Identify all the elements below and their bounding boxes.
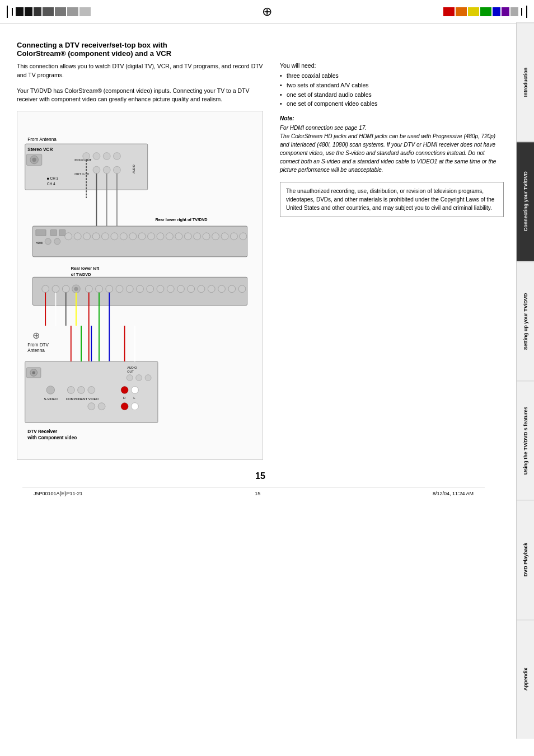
dtv-audio-out2: OUT: [127, 370, 134, 373]
right-sidebar: Introduction Connecting your TV/DVD Sett…: [516, 22, 534, 739]
hdmi-port: [36, 229, 46, 236]
conn-17: [212, 233, 219, 240]
sidebar-tab-features[interactable]: Using the TV/DVD s features: [517, 381, 534, 500]
crosshair-left: ⊕: [32, 330, 40, 340]
ll-conn-14: [177, 285, 185, 293]
ll-conn-20: [238, 285, 246, 293]
sidebar-tab-connecting[interactable]: Connecting your TV/DVD: [517, 142, 534, 261]
sidebar-tab-appendix[interactable]: Appendix: [517, 619, 534, 739]
dtv-component-label: with Component video: [27, 435, 77, 440]
in-from-ant: IN from ANT: [74, 158, 92, 162]
ll-conn-10: [137, 285, 144, 293]
ll-conn-9: [126, 285, 133, 293]
conn-12: [166, 233, 174, 240]
dtv-audio-1: [127, 375, 133, 381]
intro-text-1: This connection allows you to watch DTV …: [17, 62, 263, 80]
port-circle-2: [54, 238, 60, 245]
top-bar: ⊕: [0, 0, 534, 24]
color-swatch-r5: [493, 7, 500, 16]
conn-2: [74, 233, 81, 240]
dtv-comp-2: [78, 387, 85, 394]
color-swatch-6: [67, 7, 78, 16]
color-bar-right: [443, 7, 518, 16]
conn-10: [148, 233, 155, 240]
connection-diagram: From Antenna Stereo VCR: [17, 111, 263, 458]
color-swatch-3: [34, 7, 41, 16]
dtv-l-port: [131, 387, 138, 394]
color-swatch-2: [25, 7, 32, 16]
main-content: Connecting a DTV receiver/set-top box wi…: [6, 24, 515, 505]
color-swatch-1: [16, 7, 24, 16]
ch4-label: CH 4: [47, 182, 55, 186]
conn-5: [102, 233, 109, 240]
dtv-comp-1: [67, 387, 74, 394]
color-bar-left: [16, 7, 91, 16]
left-border-line: [7, 6, 8, 18]
footer-left: J5P00101A(E)P11-21: [34, 491, 83, 496]
ll-conn-2: [52, 285, 59, 293]
color-swatch-r3: [468, 7, 479, 16]
conn-15: [194, 233, 201, 240]
vcr-label: Stereo VCR: [27, 147, 53, 152]
color-swatch-r1: [443, 7, 455, 16]
ll-conn-12: [157, 285, 164, 293]
port-2: [59, 229, 65, 236]
ll-conn-5: [85, 285, 92, 293]
dtv-receiver-label: DTV Receiver: [27, 429, 58, 434]
ll-conn-8: [116, 285, 123, 293]
warning-box: The unauthorized recording, use, distrib…: [280, 182, 504, 217]
list-item: two sets of standard A/V cables: [280, 81, 504, 90]
requirements-list: three coaxial cables two sets of standar…: [280, 71, 504, 109]
dtv-audio-out: AUDIO: [127, 366, 137, 369]
color-swatch-5: [55, 7, 66, 16]
dtv-lower-r: [121, 403, 128, 410]
left-column: This connection allows you to watch DTV …: [17, 62, 263, 460]
out-to-tv: OUT to TV: [74, 172, 89, 176]
conn-20: [240, 233, 247, 240]
ll-conn-13: [167, 285, 174, 293]
conn-13: [175, 233, 182, 240]
vcr-port-r3: [103, 153, 110, 160]
rear-lower-right-label: Rear lower right of TV/DVD: [155, 217, 207, 222]
vcr-connector-inner-1: [32, 158, 36, 162]
color-swatch-4: [43, 7, 54, 16]
component-video-label: COMPONENT VIDEO: [66, 397, 99, 401]
color-swatch-r4: [480, 7, 491, 16]
two-column-layout: This connection allows you to watch DTV …: [17, 62, 504, 460]
ll-conn-11: [147, 285, 154, 293]
port-circle-1: [45, 238, 51, 245]
ll-conn-6: [96, 285, 103, 293]
rear-lower-left-label2: of TV/DVD: [71, 272, 91, 277]
dtv-lower-l: [131, 403, 138, 410]
ll-conn-7: [106, 285, 113, 293]
sidebar-tab-dvd[interactable]: DVD Playback: [517, 500, 534, 619]
note-body: For HDMI connection see page 17. The Col…: [280, 124, 504, 174]
conn-6: [111, 233, 118, 240]
r-label: R: [123, 396, 125, 400]
conn-18: [221, 233, 228, 240]
vcr-out-3: [114, 166, 121, 173]
ll-conn-3: [62, 285, 69, 293]
conn-1: [65, 233, 72, 240]
crosshair-symbol: ⊕: [262, 4, 272, 19]
conn-9: [138, 233, 146, 240]
ll-conn-18: [218, 285, 226, 293]
page-number: 15: [17, 471, 504, 481]
dtv-coax-inner: [32, 371, 35, 374]
note-title: Note:: [280, 115, 504, 121]
dtv-svideo: [46, 386, 55, 395]
conn-8: [129, 233, 137, 240]
ll-conn-19: [228, 285, 236, 293]
sidebar-tab-introduction[interactable]: Introduction: [517, 22, 534, 142]
hdmi-label: HDMI: [36, 241, 43, 245]
footer-center: 15: [255, 491, 260, 496]
color-swatch-r6: [502, 7, 509, 16]
dtv-lower-2: [98, 403, 105, 410]
diagram-area: From Antenna Stereo VCR: [17, 111, 263, 460]
audio-label: AUDIO: [132, 165, 135, 173]
vcr-out-2: [103, 166, 110, 173]
vcr-port-r4: [114, 153, 121, 160]
color-swatch-r7: [510, 7, 518, 16]
sidebar-tab-setting-up[interactable]: Setting up your TV/DVD: [517, 261, 534, 381]
dtv-audio-2: [136, 375, 142, 381]
